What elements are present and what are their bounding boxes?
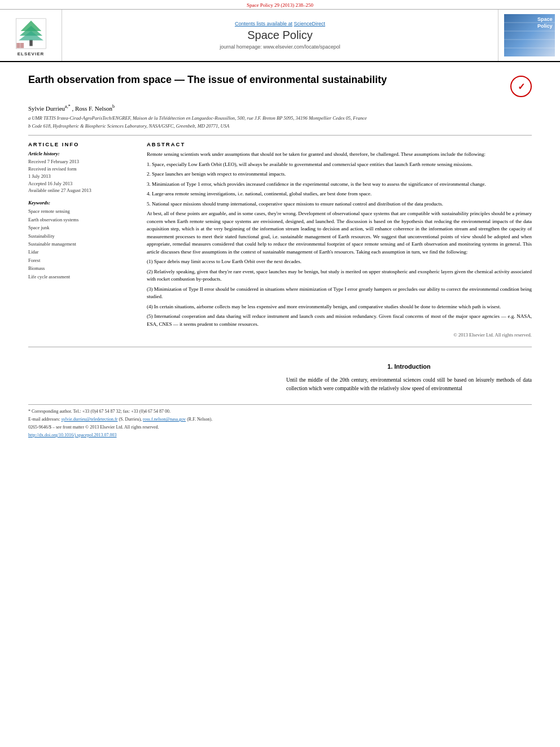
received-date: Received 7 February 2013 bbox=[28, 158, 135, 165]
abstract-text: Remote sensing scientists work under ass… bbox=[147, 151, 532, 339]
keyword-1: Space remote sensing bbox=[28, 207, 135, 215]
journal-title-section: Contents lists available at ScienceDirec… bbox=[62, 10, 498, 61]
email-1-author: (S. Durrieu), bbox=[119, 417, 142, 422]
keyword-3: Space junk bbox=[28, 224, 135, 231]
abstract-finding1: (1) Space debris may limit access to Low… bbox=[147, 258, 532, 266]
elsevier-tree-icon bbox=[14, 18, 48, 49]
keyword-9: Life cycle assessment bbox=[28, 273, 135, 281]
email-2-author: (R.F. Nelson). bbox=[187, 417, 212, 422]
abstract-finding5: (5) International cooperation and data s… bbox=[147, 313, 532, 328]
elsevier-logo-section: ELSEVIER bbox=[0, 10, 62, 61]
article-main: 1. Introduction Until the middle of the … bbox=[28, 353, 532, 393]
accepted-date: Accepted 16 July 2013 bbox=[28, 180, 135, 187]
author-asterisk: * bbox=[68, 104, 71, 109]
abstract-finding3: (3) Minimization of Type II error should… bbox=[147, 286, 532, 301]
affiliation-b: b Code 618, Hydrospheric & Biospheric Sc… bbox=[28, 123, 532, 130]
abstract-paragraph2: At best, all of these points are arguabl… bbox=[147, 210, 532, 256]
introduction-section-title: Introduction bbox=[395, 363, 431, 370]
article-info-header: ARTICLE INFO bbox=[28, 141, 135, 147]
article-history-label: Article history: bbox=[28, 151, 135, 156]
abstract-intro: Remote sensing scientists work under ass… bbox=[147, 151, 532, 159]
author-b-name: , Ross F. Nelson bbox=[72, 105, 112, 112]
intro-col-left bbox=[28, 353, 274, 393]
abstract-finding2: (2) Relatively speaking, given that they… bbox=[147, 268, 532, 283]
svg-rect-2 bbox=[29, 40, 33, 46]
introduction-layout: 1. Introduction Until the middle of the … bbox=[28, 353, 532, 393]
keyword-8: Biomass bbox=[28, 264, 135, 272]
abstract-point3: 3. Minimization of Type 1 error, which p… bbox=[147, 181, 532, 189]
article-info-abstract: ARTICLE INFO Article history: Received 7… bbox=[28, 141, 532, 339]
doi-line: http://dx.doi.org/10.1016/j.spacepol.201… bbox=[28, 432, 532, 439]
keyword-6: Lidar bbox=[28, 248, 135, 256]
journal-citation: Space Policy 29 (2013) 238–250 bbox=[0, 0, 560, 10]
article-title-section: Earth observation from space — The issue… bbox=[28, 73, 532, 97]
author-a-name: Sylvie Durrieu bbox=[28, 105, 65, 112]
affiliation-a: a UMR TETIS Irstea-Cirad-AgroParisTech/E… bbox=[28, 115, 532, 122]
space-policy-badge: SpacePolicy bbox=[504, 14, 555, 56]
keyword-4: Sustainability bbox=[28, 232, 135, 240]
abstract-finding4: (4) In certain situations, airborne coll… bbox=[147, 303, 532, 311]
science-direct-link[interactable]: ScienceDirect bbox=[294, 21, 326, 27]
corresponding-note: * Corresponding author. Tel.: +33 (0)4 6… bbox=[28, 408, 532, 415]
copyright-line: © 2013 Elsevier Ltd. All rights reserved… bbox=[147, 331, 532, 339]
email-1-link[interactable]: sylvie.durrieu@teledetection.fr bbox=[62, 417, 118, 422]
author-b-sup: b bbox=[112, 104, 115, 109]
section-divider-2 bbox=[28, 347, 532, 347]
issn-line: 0265-9646/$ – see front matter © 2013 El… bbox=[28, 424, 532, 431]
article-info-column: ARTICLE INFO Article history: Received 7… bbox=[28, 141, 135, 339]
journal-homepage: journal homepage: www.elsevier.com/locat… bbox=[220, 44, 340, 50]
available-date: Available online 27 August 2013 bbox=[28, 187, 135, 194]
keywords-label: Keywords: bbox=[28, 200, 135, 206]
introduction-title: 1. Introduction bbox=[286, 362, 532, 372]
abstract-point5: 5. National space missions should trump … bbox=[147, 200, 532, 208]
introduction-body: Until the middle of the 20th century, en… bbox=[286, 376, 532, 393]
keyword-2: Earth observation systems bbox=[28, 216, 135, 224]
article-title: Earth observation from space — The issue… bbox=[28, 73, 499, 86]
footer-section: * Corresponding author. Tel.: +33 (0)4 6… bbox=[28, 404, 532, 439]
abstract-point1: 1. Space, especially Low Earth Orbit (LE… bbox=[147, 161, 532, 169]
intro-col-right: 1. Introduction Until the middle of the … bbox=[286, 353, 532, 393]
revised-label: Received in revised form bbox=[28, 165, 135, 173]
science-direct-text: Contents lists available at ScienceDirec… bbox=[235, 21, 325, 27]
authors-line: Sylvie Durrieua,* , Ross F. Nelsonb bbox=[28, 104, 532, 112]
abstract-point4: 4. Large-area remote sensing investigati… bbox=[147, 190, 532, 198]
journal-badge-section: SpacePolicy bbox=[498, 10, 560, 61]
keyword-5: Sustainable management bbox=[28, 240, 135, 248]
article-body: Earth observation from space — The issue… bbox=[0, 62, 560, 451]
abstract-header: ABSTRACT bbox=[147, 141, 532, 147]
crossmark-badge[interactable]: ✓ bbox=[510, 76, 532, 97]
section-divider-1 bbox=[28, 135, 532, 136]
keyword-7: Forest bbox=[28, 256, 135, 264]
revised-date: 1 July 2013 bbox=[28, 173, 135, 180]
email-2-link[interactable]: ross.f.nelson@nasa.gov bbox=[143, 417, 186, 422]
doi-link[interactable]: http://dx.doi.org/10.1016/j.spacepol.201… bbox=[28, 433, 117, 438]
email-note: E-mail addresses: sylvie.durrieu@teledet… bbox=[28, 416, 532, 423]
email-label: E-mail addresses: bbox=[28, 417, 60, 422]
abstract-column: ABSTRACT Remote sensing scientists work … bbox=[147, 141, 532, 339]
elsevier-logo: ELSEVIER bbox=[14, 18, 48, 56]
abstract-point2: 2. Space launches are benign with respec… bbox=[147, 171, 532, 178]
journal-title: Space Policy bbox=[247, 29, 313, 42]
crossmark-icon: ✓ bbox=[518, 81, 525, 92]
affiliation-block: a UMR TETIS Irstea-Cirad-AgroParisTech/E… bbox=[28, 115, 532, 130]
elsevier-label: ELSEVIER bbox=[18, 51, 45, 56]
journal-header: ELSEVIER Contents lists available at Sci… bbox=[0, 10, 560, 62]
badge-decoration bbox=[504, 14, 555, 56]
